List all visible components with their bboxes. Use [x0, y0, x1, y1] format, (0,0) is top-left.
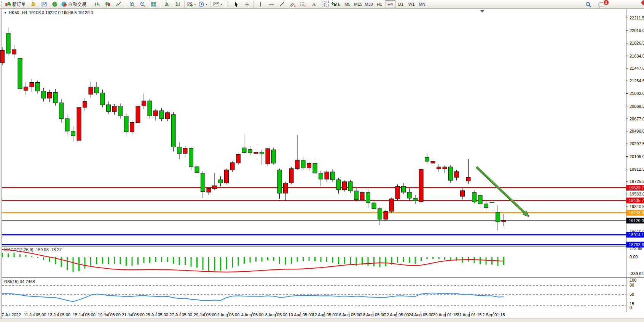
tf-button-m5[interactable]: M5 [342, 0, 353, 8]
candle [218, 180, 223, 183]
candle [130, 123, 134, 132]
add-indicator-icon [187, 2, 193, 7]
candle [107, 105, 111, 111]
candle [53, 92, 57, 103]
price-tick-label: 20297.5 [630, 141, 644, 146]
toolbar-separator [125, 1, 126, 8]
toolbar-grip[interactable] [328, 1, 331, 7]
corner-alert-dot [641, 0, 644, 5]
time-tick-label: 15 Jul 05:00 [73, 312, 96, 317]
price-axis[interactable]: 22211.522019.021826.521634.021447.021254… [626, 9, 644, 312]
tf-button-h1[interactable]: H1 [374, 0, 385, 8]
tf-button-d1[interactable]: D1 [395, 0, 406, 8]
navigator-globe-icon [52, 2, 57, 7]
tile-windows-button[interactable] [148, 0, 159, 8]
market-watch-icon [41, 2, 47, 7]
new-order-button[interactable]: 新订单 [4, 0, 28, 8]
vertical-line-tool-button[interactable] [255, 0, 266, 8]
panel-separators[interactable] [2, 246, 644, 312]
candle [319, 173, 323, 179]
candle [248, 149, 252, 153]
vertical-line-icon [259, 2, 263, 7]
search-button[interactable] [583, 0, 594, 9]
trend-arrow-annotation[interactable] [476, 167, 529, 217]
zoom-out-icon [140, 2, 146, 7]
price-tick-label: 22019.0 [630, 28, 644, 33]
add-indicator-button[interactable]: ▼ [186, 0, 198, 8]
rsi-axis-label: 50 [630, 292, 634, 296]
crosshair-tool-button[interactable] [242, 0, 252, 8]
time-tick-label: 13 Jul 05:00 [48, 312, 70, 317]
candle [325, 172, 329, 179]
rsi-axis-label: 0 [630, 305, 632, 310]
candle [307, 163, 311, 168]
tf-button-m30[interactable]: M30 [363, 0, 374, 8]
candles-layer[interactable] [0, 27, 506, 230]
price-line-label: 19435.7 [629, 198, 644, 203]
price-line-label: 19629.7 [629, 186, 644, 190]
time-tick-label: 4 Aug 05:00 [241, 312, 264, 317]
notifications-button[interactable]: 1 [596, 0, 607, 9]
time-axis[interactable]: 7 Jul 202211 Jul 05:0013 Jul 05:0015 Jul… [2, 312, 505, 317]
zoom-out-button[interactable] [137, 0, 148, 8]
time-tick-label: 16 Aug 05:00 [337, 312, 362, 317]
template-button[interactable]: ▼ [212, 0, 224, 8]
dropdown-caret-icon: ▼ [205, 3, 208, 6]
candle [48, 92, 52, 98]
candle [490, 202, 494, 203]
tf-button-w1[interactable]: W1 [406, 0, 417, 8]
candle [95, 87, 99, 93]
indicator-list-button[interactable] [28, 0, 39, 8]
tf-button-h4-active[interactable]: H4 [385, 0, 395, 8]
candlestick-chart-button[interactable] [102, 0, 113, 8]
time-tick-label: 19 Jul 05:00 [98, 312, 121, 317]
toolbar-grip[interactable] [1, 1, 3, 7]
tf-button-m15[interactable]: M15 [353, 0, 363, 8]
market-watch-button[interactable] [39, 0, 49, 8]
horizontal-line-tool-button[interactable] [266, 0, 277, 8]
rsi-panel[interactable] [2, 285, 626, 305]
auto-scroll-button[interactable] [162, 0, 172, 8]
autotrade-button[interactable]: 自动交易 [60, 0, 89, 8]
candle [189, 148, 193, 167]
toolbar-right-group: 1 [583, 0, 607, 9]
candle [289, 168, 293, 183]
macd-panel[interactable] [2, 250, 504, 272]
period-button[interactable]: ▼ [198, 0, 209, 8]
candle [402, 186, 406, 192]
fibonacci-tool-button[interactable]: F [298, 0, 309, 8]
candle [431, 161, 435, 163]
bar-chart-button[interactable] [92, 0, 102, 8]
search-icon [585, 2, 591, 8]
candle [466, 177, 470, 181]
line-chart-button[interactable] [113, 0, 124, 8]
cursor-tool-button[interactable] [231, 0, 242, 8]
navigator-button[interactable] [49, 0, 60, 8]
candle [407, 192, 411, 199]
text-tool-button[interactable]: A [309, 0, 319, 8]
horizontal-price-lines[interactable] [2, 188, 626, 245]
svg-text:F: F [304, 5, 306, 7]
text-tool-icon: A [312, 1, 316, 7]
equidistant-channel-tool-button[interactable]: E [287, 0, 298, 8]
zoom-in-button[interactable] [127, 0, 137, 8]
candle [419, 169, 423, 202]
candle [236, 154, 241, 163]
chart-canvas[interactable]: 22211.522019.021826.521634.021447.021254… [0, 0, 644, 322]
tf-button-m1[interactable]: M1 [332, 0, 342, 8]
candle [100, 93, 105, 105]
candle [366, 192, 370, 203]
tf-button-mn[interactable]: MN [417, 0, 427, 8]
chart-shift-button[interactable] [172, 0, 183, 8]
time-tick-label: 10 Aug 05:00 [289, 312, 313, 317]
rsi-line [2, 293, 504, 301]
collapse-marker-icon[interactable]: ▼ [4, 11, 7, 14]
candle [313, 163, 317, 173]
candle [372, 203, 376, 209]
chart-shift-marker[interactable] [480, 10, 485, 13]
toolbar-grip[interactable] [228, 1, 230, 7]
trendline-tool-button[interactable] [277, 0, 287, 8]
candle [336, 180, 341, 190]
template-icon [213, 2, 219, 7]
time-tick-label: 21 Jul 05:00 [122, 312, 145, 317]
